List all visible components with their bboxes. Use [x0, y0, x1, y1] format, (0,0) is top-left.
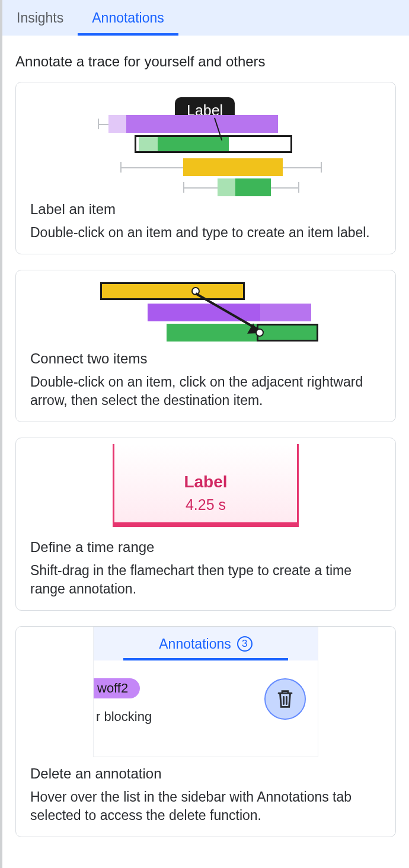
flame-bar: [126, 115, 278, 133]
flame-bar: [148, 304, 260, 321]
card1-desc: Double-click on an item and type to crea…: [30, 224, 381, 242]
flame-bar-source: [100, 282, 245, 300]
flame-bar: [108, 115, 126, 133]
connector-node-end: [255, 328, 264, 337]
tab-annotations-label: Annotations: [92, 10, 164, 26]
card1-illustration: Label: [16, 82, 395, 201]
card2-title: Connect two items: [30, 350, 381, 367]
tab-underline: [78, 33, 178, 36]
flame-bar: [235, 178, 271, 196]
tab-bar: Insights Annotations: [2, 0, 409, 36]
annotations-tab-header: Annotations 3: [94, 627, 318, 660]
card3-title: Define a time range: [30, 539, 381, 556]
tab-annotations[interactable]: Annotations: [78, 0, 178, 36]
trash-icon: [276, 689, 294, 709]
flame-bar: [139, 137, 158, 151]
flame-bar: [158, 137, 229, 151]
card4-desc: Hover over the list in the sidebar with …: [30, 788, 381, 825]
annotations-count-badge: 3: [237, 636, 253, 652]
time-range-label: Label: [16, 473, 395, 492]
card2-illustration: [16, 270, 395, 350]
intro-text: Annotate a trace for yourself and others: [15, 53, 396, 70]
card-label-item: Label: [15, 82, 396, 254]
card3-illustration: Label 4.25 s: [16, 438, 395, 527]
card4-title: Delete an annotation: [30, 765, 381, 782]
flame-bar-dest: [257, 324, 318, 342]
card3-desc: Shift-drag in the flamechart then type t…: [30, 561, 381, 598]
card-connect-items: Connect two items Double-click on an ite…: [15, 270, 396, 422]
tab-insights-label: Insights: [17, 10, 63, 26]
delete-annotation-button[interactable]: [264, 678, 306, 720]
flame-bar: [183, 158, 283, 176]
card-time-range: Label 4.25 s Define a time range Shift-d…: [15, 438, 396, 611]
tab-insights[interactable]: Insights: [2, 0, 78, 36]
flame-bar: [218, 178, 235, 196]
card1-title: Label an item: [30, 201, 381, 218]
card2-desc: Double-click on an item, click on the ad…: [30, 373, 381, 410]
annotations-tab-label: Annotations: [159, 636, 231, 652]
annotation-chip: woff2: [94, 678, 140, 698]
flame-bar: [167, 324, 257, 342]
card4-illustration: Annotations 3 woff2 r blocking: [16, 627, 395, 757]
selected-item-outline: [135, 135, 292, 153]
annotations-sidebar-preview: Annotations 3 woff2 r blocking: [93, 627, 318, 757]
time-range-value: 4.25 s: [16, 496, 395, 513]
card-delete-annotation: Annotations 3 woff2 r blocking: [15, 626, 396, 837]
